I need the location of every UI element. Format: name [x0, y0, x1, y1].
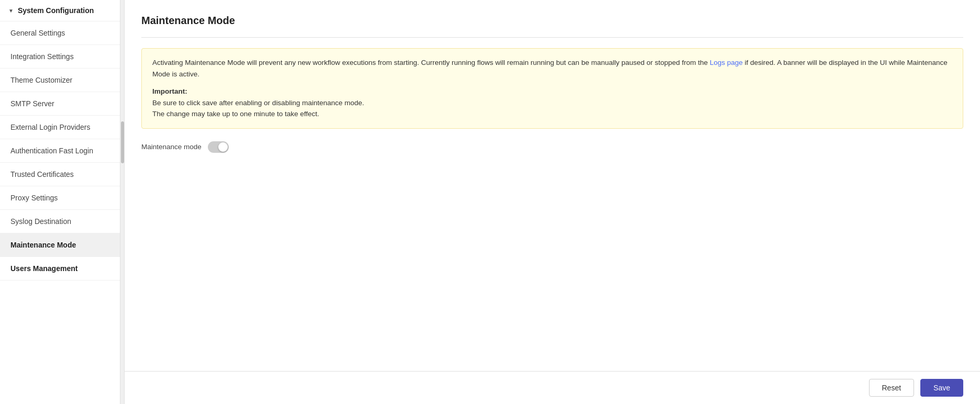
sidebar-item-integration-settings[interactable]: Integration Settings [0, 45, 120, 69]
sidebar-scrollbar-thumb [121, 121, 124, 163]
sidebar-item-trusted-certificates[interactable]: Trusted Certificates [0, 163, 120, 186]
important-section: Important: Be sure to click save after e… [152, 86, 952, 120]
title-divider [141, 37, 963, 38]
important-line2: The change may take up to one minute to … [152, 108, 952, 120]
sidebar-item-authentication-fast-login[interactable]: Authentication Fast Login [0, 139, 120, 163]
main-content: Maintenance Mode Activating Maintenance … [125, 0, 980, 371]
page-title: Maintenance Mode [141, 15, 963, 27]
toggle-track [208, 141, 229, 153]
toggle-thumb [218, 142, 228, 152]
sidebar-header[interactable]: ▼ System Configuration [0, 0, 120, 21]
important-line1: Be sure to click save after enabling or … [152, 97, 952, 109]
toggle-label: Maintenance mode [141, 143, 202, 151]
footer: Reset Save [125, 371, 980, 404]
sidebar-item-smtp-server[interactable]: SMTP Server [0, 92, 120, 116]
sidebar-wrapper: ▼ System Configuration General SettingsI… [0, 0, 125, 404]
logs-page-link[interactable]: Logs page [710, 59, 743, 66]
sidebar-item-syslog-destination[interactable]: Syslog Destination [0, 210, 120, 233]
sidebar-section-users-management[interactable]: Users Management [0, 257, 120, 280]
save-button[interactable]: Save [920, 379, 963, 397]
maintenance-mode-row: Maintenance mode [141, 141, 963, 153]
sidebar-item-theme-customizer[interactable]: Theme Customizer [0, 69, 120, 92]
sidebar-scrollbar-track [120, 0, 125, 404]
sidebar-item-general-settings[interactable]: General Settings [0, 21, 120, 45]
sidebar-item-proxy-settings[interactable]: Proxy Settings [0, 186, 120, 210]
sidebar-item-external-login-providers[interactable]: External Login Providers [0, 116, 120, 139]
info-text-line1: Activating Maintenance Mode will prevent… [152, 57, 952, 80]
chevron-down-icon: ▼ [8, 8, 14, 14]
sidebar-items-container: General SettingsIntegration SettingsThem… [0, 21, 120, 257]
info-box: Activating Maintenance Mode will prevent… [141, 48, 963, 129]
sidebar-header-label: System Configuration [18, 6, 94, 15]
sidebar-item-maintenance-mode[interactable]: Maintenance Mode [0, 233, 120, 257]
important-label: Important: [152, 87, 187, 95]
maintenance-mode-toggle[interactable] [208, 141, 229, 153]
sidebar: ▼ System Configuration General SettingsI… [0, 0, 120, 404]
reset-button[interactable]: Reset [869, 379, 915, 397]
main-panel: Maintenance Mode Activating Maintenance … [125, 0, 980, 404]
